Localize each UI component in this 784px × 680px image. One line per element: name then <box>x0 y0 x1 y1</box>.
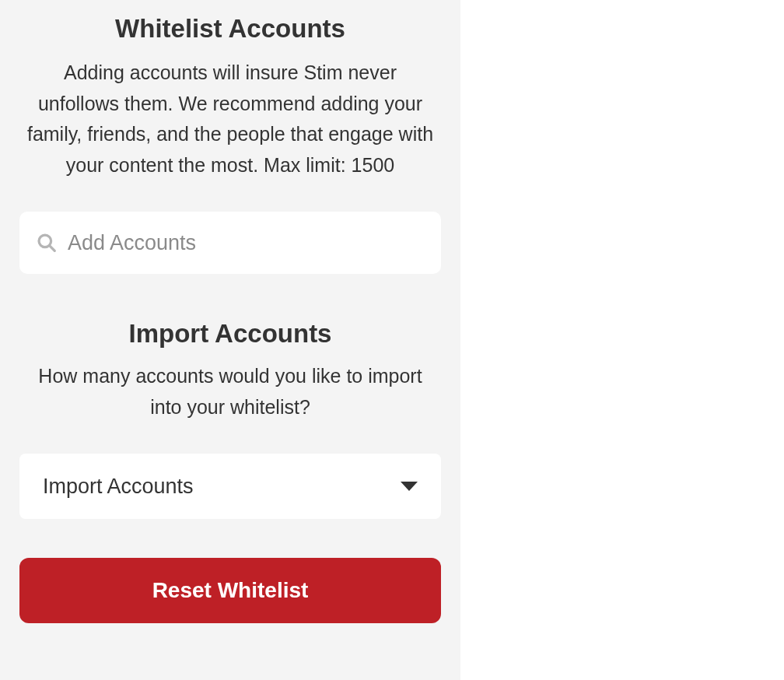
import-select-value: Import Accounts <box>43 475 194 499</box>
whitelist-title: Whitelist Accounts <box>19 0 441 58</box>
svg-line-1 <box>50 246 55 251</box>
chevron-down-icon <box>401 482 418 491</box>
empty-space <box>460 0 784 680</box>
reset-whitelist-button[interactable]: Reset Whitelist <box>19 558 441 623</box>
search-icon <box>37 233 57 253</box>
import-accounts-select[interactable]: Import Accounts <box>19 454 441 519</box>
add-accounts-field[interactable] <box>19 212 441 274</box>
whitelist-panel: Whitelist Accounts Adding accounts will … <box>0 0 460 680</box>
add-accounts-input[interactable] <box>68 231 424 255</box>
import-description: How many accounts would you like to impo… <box>19 361 441 422</box>
whitelist-section: Whitelist Accounts Adding accounts will … <box>19 0 441 274</box>
import-section: Import Accounts How many accounts would … <box>19 274 441 519</box>
whitelist-description: Adding accounts will insure Stim never u… <box>19 58 441 181</box>
import-title: Import Accounts <box>19 274 441 361</box>
